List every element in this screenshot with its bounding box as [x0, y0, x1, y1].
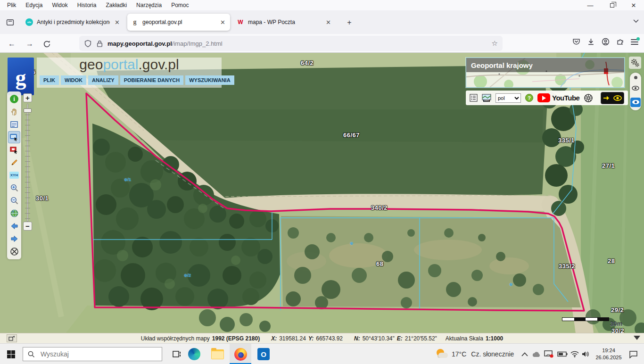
- notification-center-icon[interactable]: [629, 344, 638, 364]
- gp-menu-analizy[interactable]: ANALIZY: [88, 75, 118, 85]
- blue-eye-button[interactable]: [630, 98, 641, 107]
- identify-info-button[interactable]: i: [8, 93, 20, 106]
- zoom-in-button[interactable]: [8, 182, 20, 194]
- menu-widok[interactable]: Widok: [48, 1, 72, 9]
- menu-narzedzia[interactable]: Narzędzia: [132, 1, 166, 9]
- tracking-shield-icon[interactable]: [84, 40, 92, 48]
- outlook-button[interactable]: O: [253, 344, 274, 364]
- geoportal-logo[interactable]: g: [8, 58, 34, 95]
- menu-edycja[interactable]: Edycja: [21, 1, 47, 9]
- small-eye-button[interactable]: [632, 86, 639, 91]
- full-extent-globe-button[interactable]: [8, 207, 20, 220]
- firefox-view-icon[interactable]: [5, 17, 15, 27]
- menu-plik[interactable]: Plik: [3, 1, 20, 9]
- map-viewport[interactable]: 6564/266/67335/127/130/1340/268335/22829…: [0, 53, 644, 333]
- wireless-display-icon[interactable]: [544, 344, 553, 364]
- bookmark-star-icon[interactable]: ☆: [492, 39, 498, 48]
- url-bar[interactable]: mapy.geoportal.gov.pl/imap/Imgp_2.html ☆: [79, 36, 503, 51]
- gp-menu-plik[interactable]: PLIK: [40, 75, 59, 85]
- extensions-puzzle-icon[interactable]: [616, 38, 624, 46]
- go-arrow-icon[interactable]: [603, 95, 610, 101]
- clock[interactable]: 19:24 26.06.2025: [593, 344, 624, 364]
- clear-selection-button[interactable]: [8, 246, 20, 258]
- menu-historia[interactable]: Historia: [73, 1, 101, 9]
- previous-view-arrow-button[interactable]: [8, 220, 20, 232]
- tab-geoportal[interactable]: g geoportal.gov.pl ✕: [127, 14, 230, 31]
- youtube-button[interactable]: YouTube: [537, 93, 579, 102]
- account-icon[interactable]: [602, 38, 610, 46]
- attribute-table-button[interactable]: [8, 118, 20, 131]
- list-all-tabs-icon[interactable]: [633, 17, 639, 25]
- legend-grid-icon[interactable]: [470, 94, 478, 102]
- folder-icon: [211, 349, 224, 359]
- weather-icon: [436, 349, 448, 359]
- map-parcel-label: 335/2: [559, 263, 575, 270]
- new-tab-button[interactable]: +: [344, 17, 355, 28]
- minimize-button[interactable]: —: [583, 1, 597, 9]
- small-dot-button[interactable]: [634, 76, 637, 79]
- tree-symbol-mark: ⊕/2: [184, 273, 191, 278]
- lock-icon[interactable]: [96, 40, 104, 48]
- expand-widget-icon[interactable]: [7, 334, 17, 342]
- wifi-icon[interactable]: [570, 344, 579, 364]
- tab-close-icon[interactable]: ✕: [219, 19, 226, 26]
- map-parcel-label: 66/67: [343, 132, 360, 139]
- tray-chevron-icon[interactable]: [521, 344, 528, 364]
- restore-button[interactable]: [605, 1, 619, 9]
- zoom-slider-plus-button[interactable]: +: [23, 93, 32, 102]
- taskbar-search[interactable]: [23, 347, 162, 361]
- windows-taskbar: O 17°C Cz. słonecznie 19:24 26.06.2025: [0, 343, 644, 364]
- onedrive-cloud-icon[interactable]: [532, 344, 541, 364]
- gp-menu-pobieranie[interactable]: POBIERANIE DANYCH: [120, 75, 184, 85]
- pocket-icon[interactable]: [572, 38, 580, 46]
- visibility-eye-icon[interactable]: [613, 95, 622, 101]
- tab-olx[interactable]: olx Antyki i przedmioty kolekcjoner ✕: [22, 14, 124, 31]
- pan-hand-button[interactable]: [8, 106, 20, 118]
- search-input[interactable]: [40, 350, 134, 358]
- tab-close-icon[interactable]: ✕: [325, 19, 332, 26]
- overview-minimap[interactable]: Geoportal krajowy: [466, 58, 625, 88]
- help-icon[interactable]: ?: [525, 94, 533, 102]
- weather-widget[interactable]: 17°C Cz. słonecznie: [436, 344, 514, 364]
- geoportal-favicon: g: [131, 18, 139, 26]
- edge-button[interactable]: [183, 344, 205, 364]
- back-icon[interactable]: ←: [6, 38, 18, 50]
- wms-layers-icon[interactable]: WMS: [482, 94, 491, 102]
- download-icon[interactable]: [587, 38, 595, 46]
- xyh-coordinates-button[interactable]: XYH: [8, 169, 20, 182]
- file-explorer-button[interactable]: [206, 344, 228, 364]
- map-scale-bar: [562, 317, 609, 321]
- battery-icon[interactable]: [557, 344, 568, 364]
- start-button[interactable]: [0, 344, 22, 364]
- gp-menu-wyszukiwania[interactable]: WYSZUKIWANIA: [185, 75, 234, 85]
- map-parcel-label: 30/1: [36, 195, 49, 202]
- clock-date: 26.06.2025: [593, 354, 624, 361]
- language-select[interactable]: pol: [495, 93, 521, 103]
- select-by-rectangle-button[interactable]: [8, 131, 20, 143]
- scroll-down-icon[interactable]: [634, 336, 640, 340]
- close-button[interactable]: ✕: [627, 1, 641, 9]
- tab-wp-poczta[interactable]: W mapa - WP Poczta ✕: [233, 14, 336, 31]
- layer-visibility-stack: [630, 73, 641, 110]
- map-top-toolbar: WMS pol ? YouTube: [466, 91, 628, 105]
- forward-icon[interactable]: →: [24, 38, 36, 50]
- gp-menu-widok[interactable]: WIDOK: [61, 75, 86, 85]
- olx-favicon: olx: [25, 18, 33, 26]
- menu-zakladki[interactable]: Zakładki: [101, 1, 131, 9]
- next-view-arrow-button[interactable]: [8, 233, 20, 245]
- menu-pomoc[interactable]: Pomoc: [167, 1, 193, 9]
- firefox-button[interactable]: [230, 344, 251, 364]
- draw-pencil-button[interactable]: [8, 157, 20, 169]
- zoom-out-button[interactable]: [8, 195, 20, 207]
- deselect-rectangle-button[interactable]: [8, 144, 20, 156]
- zoom-slider-minus-button[interactable]: −: [23, 222, 32, 231]
- zoom-slider-handle[interactable]: [24, 108, 32, 113]
- compass-settings-icon[interactable]: [584, 93, 593, 103]
- app-menu-icon[interactable]: [631, 39, 638, 45]
- map-parcel-label: 335/1: [558, 137, 575, 144]
- tab-close-icon[interactable]: ✕: [114, 19, 121, 26]
- tab-title: geoportal.gov.pl: [142, 19, 182, 25]
- settings-gears-button[interactable]: [629, 57, 641, 69]
- reload-icon[interactable]: [41, 38, 53, 50]
- volume-icon[interactable]: [582, 344, 590, 364]
